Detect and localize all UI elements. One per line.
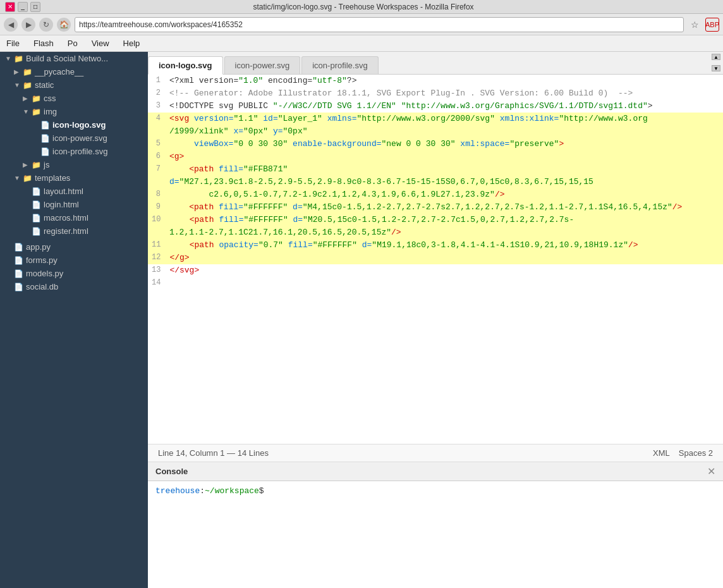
- console-user: treehouse: [155, 486, 200, 496]
- code-line-3: 3 <!DOCTYPE svg PUBLIC "-//W3C//DTD SVG …: [148, 100, 723, 113]
- code-line-5: 5 viewBox="0 0 30 30" enable-background=…: [148, 138, 723, 150]
- sidebar-item-label: js: [44, 160, 49, 169]
- code-line-6: 6 <g>: [148, 150, 723, 163]
- tab-scroll-controls: ▲ ▼: [712, 52, 723, 74]
- browser-titlebar: ✕ _ □ static/img/icon-logo.svg - Treehou…: [0, 0, 723, 14]
- browser-toolbar: ◀ ▶ ↻ 🏠 ☆ ABP: [0, 14, 723, 35]
- browser-menubar: File Flash Po View Help: [0, 35, 723, 52]
- sidebar-item-layout[interactable]: 📄 layout.html: [0, 185, 148, 198]
- menu-flash[interactable]: Flash: [31, 37, 56, 49]
- maximize-button[interactable]: □: [30, 2, 40, 12]
- code-line-9: 9 <path fill="#FFFFFF" d="M4,15c0-1.5,1.…: [148, 201, 723, 214]
- bookmark-icon[interactable]: ☆: [688, 18, 702, 32]
- tab-icon-logo[interactable]: icon-logo.svg: [148, 56, 223, 75]
- console-close-button[interactable]: ✕: [707, 465, 715, 477]
- console-header: Console ✕: [148, 462, 723, 481]
- sidebar-item-icon-logo[interactable]: 📄 icon-logo.svg: [0, 118, 148, 132]
- tab-scroll-up[interactable]: ▲: [712, 54, 720, 60]
- sidebar-item-js[interactable]: ▶ 📁 js: [0, 158, 148, 171]
- sidebar-item-root[interactable]: ▼ 📁 Build a Social Netwo...: [0, 52, 148, 65]
- forward-button[interactable]: ▶: [21, 18, 35, 32]
- sidebar-item-icon-profile[interactable]: 📄 icon-profile.svg: [0, 145, 148, 158]
- sidebar-item-label: forms.py: [26, 255, 58, 265]
- tab-icon-power[interactable]: icon-power.svg: [224, 56, 301, 74]
- menu-view[interactable]: View: [89, 37, 112, 49]
- sidebar-item-icon-power[interactable]: 📄 icon-power.svg: [0, 132, 148, 145]
- sidebar-item-label: templates: [35, 173, 70, 183]
- sidebar-item-label: social.db: [26, 282, 58, 291]
- code-line-7: 7 <path fill="#FFB871": [148, 163, 723, 176]
- sidebar-item-socialdb[interactable]: 📄 social.db: [0, 280, 148, 293]
- sidebar: ▼ 📁 Build a Social Netwo... ▶ 📁 __pycach…: [0, 52, 148, 588]
- sidebar-item-label: login.html: [44, 200, 79, 209]
- code-line-13: 13 </svg>: [148, 264, 723, 277]
- sidebar-item-register[interactable]: 📄 register.html: [0, 224, 148, 238]
- sidebar-item-label: css: [44, 94, 56, 103]
- refresh-button[interactable]: ↻: [39, 18, 53, 32]
- sidebar-item-apppy[interactable]: 📄 app.py: [0, 240, 148, 254]
- minimize-button[interactable]: _: [18, 2, 28, 12]
- sidebar-item-css[interactable]: ▶ 📁 css: [0, 92, 148, 105]
- sidebar-item-modelspy[interactable]: 📄 models.py: [0, 267, 148, 280]
- sidebar-item-templates[interactable]: ▼ 📁 templates: [0, 171, 148, 185]
- code-line-4b: /1999/xlink" x="0px" y="0px": [148, 125, 723, 138]
- sidebar-item-label: __pycache__: [35, 67, 83, 77]
- editor-area: icon-logo.svg icon-power.svg icon-profil…: [148, 52, 723, 588]
- code-line-12: 12 </g>: [148, 252, 723, 264]
- tab-icon-profile[interactable]: icon-profile.svg: [301, 56, 378, 74]
- console-area: Console ✕ treehouse:~/workspace$: [148, 462, 723, 588]
- sidebar-item-formspy[interactable]: 📄 forms.py: [0, 254, 148, 267]
- code-line-14: 14: [148, 277, 723, 290]
- code-line-10: 10 <path fill="#FFFFFF" d="M20.5,15c0-1.…: [148, 214, 723, 226]
- browser-title: static/img/icon-logo.svg - Treehouse Wor…: [44, 3, 683, 11]
- code-line-10b: 1.2,1.1-2.7,1.1C21.7,16.1,20.5,16.5,20.5…: [148, 226, 723, 239]
- adblock-icon[interactable]: ABP: [705, 18, 719, 32]
- code-line-8: 8 c2.6,0,5.1-0.7,7.2-1.9c2.1,1.2,4.3,1.9…: [148, 188, 723, 201]
- status-bar: Line 14, Column 1 — 14 Lines XML Spaces …: [148, 444, 723, 462]
- sidebar-item-label: img: [44, 107, 57, 116]
- sidebar-item-label: icon-logo.svg: [52, 120, 106, 130]
- main-layout: ▼ 📁 Build a Social Netwo... ▶ 📁 __pycach…: [0, 52, 723, 588]
- sidebar-item-macros[interactable]: 📄 macros.html: [0, 211, 148, 224]
- sidebar-item-img[interactable]: ▼ 📁 img: [0, 105, 148, 118]
- code-line-11: 11 <path opacity="0.7" fill="#FFFFFF" d=…: [148, 239, 723, 252]
- sidebar-item-label: icon-profile.svg: [52, 147, 107, 156]
- code-line-1: 1 <?xml version="1.0" encoding="utf-8"?>: [148, 75, 723, 87]
- console-body[interactable]: treehouse:~/workspace$: [148, 481, 723, 588]
- close-button[interactable]: ✕: [5, 2, 15, 12]
- console-path: ~/workspace: [205, 486, 259, 496]
- tab-scroll-down[interactable]: ▼: [712, 65, 720, 71]
- language-mode: XML Spaces 2: [653, 448, 713, 458]
- sidebar-item-login[interactable]: 📄 login.html: [0, 198, 148, 211]
- console-title: Console: [155, 467, 188, 476]
- code-line-2: 2 <!-- Generator: Adobe Illustrator 18.1…: [148, 87, 723, 100]
- code-line-7b: d="M27.1,23.9c1.8-2.5,2.9-5.5,2.9-8.9c0-…: [148, 176, 723, 188]
- sidebar-item-label: register.html: [44, 226, 88, 236]
- sidebar-item-label: Build a Social Netwo...: [26, 54, 108, 63]
- menu-po[interactable]: Po: [65, 37, 80, 49]
- sidebar-item-label: layout.html: [44, 187, 83, 196]
- address-bar[interactable]: [75, 17, 684, 32]
- sidebar-item-label: models.py: [26, 269, 63, 278]
- editor-tabs: icon-logo.svg icon-power.svg icon-profil…: [148, 52, 723, 75]
- sidebar-item-label: app.py: [26, 242, 51, 252]
- menu-help[interactable]: Help: [121, 37, 143, 49]
- home-button[interactable]: 🏠: [57, 18, 71, 32]
- sidebar-item-label: macros.html: [44, 213, 88, 223]
- titlebar-controls: ✕ _ □: [5, 2, 40, 12]
- cursor-position: Line 14, Column 1 — 14 Lines: [158, 448, 269, 458]
- code-line-4: 4 <svg version="1.1" id="Layer_1" xmlns=…: [148, 113, 723, 125]
- browser-window: ✕ _ □ static/img/icon-logo.svg - Treehou…: [0, 0, 723, 588]
- console-prompt: treehouse:~/workspace$: [155, 486, 264, 496]
- code-editor[interactable]: 1 <?xml version="1.0" encoding="utf-8"?>…: [148, 75, 723, 444]
- sidebar-item-pycache[interactable]: ▶ 📁 __pycache__: [0, 65, 148, 78]
- sidebar-item-label: static: [35, 80, 54, 90]
- sidebar-item-label: icon-power.svg: [52, 133, 107, 143]
- back-button[interactable]: ◀: [4, 18, 18, 32]
- menu-file[interactable]: File: [4, 37, 22, 49]
- sidebar-item-static[interactable]: ▼ 📁 static: [0, 78, 148, 92]
